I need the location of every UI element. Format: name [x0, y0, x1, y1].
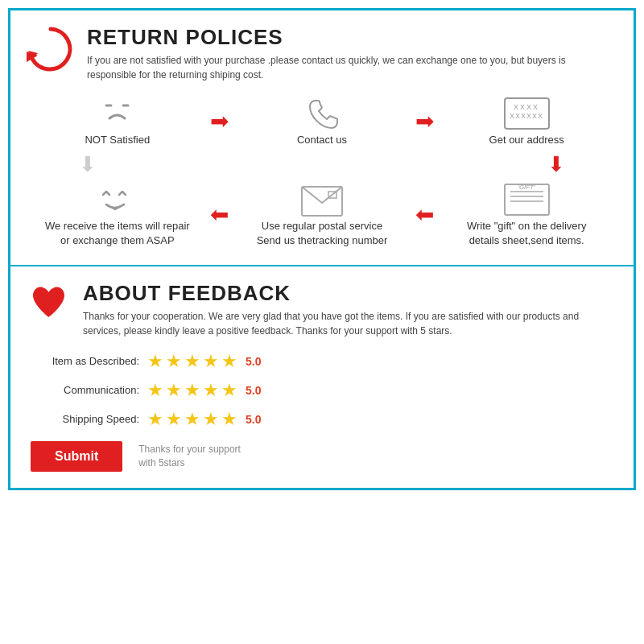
heart-icon — [27, 281, 71, 325]
rating-label-1: Item as Described: — [31, 355, 147, 367]
stars-3[interactable]: ★ ★ ★ ★ ★ — [147, 409, 237, 430]
submit-note: Thanks for your support with 5stars — [138, 443, 241, 470]
feedback-text-block: ABOUT FEEDBACK Thanks for your cooperati… — [83, 281, 617, 338]
svg-text:XXXX: XXXX — [514, 103, 539, 111]
arrow-1-icon: ➡ — [210, 108, 229, 134]
flow-item-not-satisfied: NOT Satisfied — [45, 94, 190, 147]
phone-icon — [299, 94, 344, 133]
return-section: RETURN POLICES If you are not satisfied … — [10, 10, 634, 266]
gift-label: Write "gift" on the delivery details she… — [467, 219, 586, 248]
feedback-header: ABOUT FEEDBACK Thanks for your cooperati… — [27, 281, 617, 338]
star-2-5[interactable]: ★ — [221, 380, 237, 401]
rating-value-2: 5.0 — [246, 384, 261, 397]
return-header: RETURN POLICES If you are not satisfied … — [27, 25, 617, 82]
rating-label-2: Communication: — [31, 384, 147, 396]
sad-face-icon — [95, 94, 139, 133]
return-header-text: RETURN POLICES If you are not satisfied … — [87, 25, 617, 82]
not-satisfied-label: NOT Satisfied — [85, 133, 150, 147]
return-description: If you are not satisfied with your purch… — [87, 53, 617, 82]
address-card-icon: XXXX XXXXXX — [501, 94, 553, 133]
rating-value-3: 5.0 — [246, 413, 261, 426]
flow-item-postal: Use regular postal service Send us thetr… — [250, 180, 394, 248]
star-1-4[interactable]: ★ — [203, 351, 219, 372]
flow-item-address: XXXX XXXXXX Get our address — [454, 94, 599, 147]
star-3-3[interactable]: ★ — [184, 409, 200, 430]
star-1-1[interactable]: ★ — [147, 351, 163, 372]
star-2-2[interactable]: ★ — [166, 380, 182, 401]
star-1-2[interactable]: ★ — [166, 351, 182, 372]
return-icon — [27, 25, 75, 73]
rating-row-3: Shipping Speed: ★ ★ ★ ★ ★ 5.0 — [31, 409, 617, 430]
feedback-title: ABOUT FEEDBACK — [83, 281, 617, 306]
svg-text:'GIFT': 'GIFT' — [518, 184, 535, 191]
happy-face-icon — [93, 180, 142, 219]
vertical-connectors: ⬇ ⬇ — [35, 147, 609, 180]
stars-1[interactable]: ★ ★ ★ ★ ★ — [147, 351, 237, 372]
flow-item-contact: Contact us — [250, 94, 394, 147]
contact-us-label: Contact us — [297, 133, 347, 147]
flow-item-receive: We receive the items will repair or exch… — [45, 180, 190, 248]
postal-label: Use regular postal service Send us thetr… — [257, 219, 388, 248]
star-1-5[interactable]: ★ — [221, 351, 237, 372]
stars-2[interactable]: ★ ★ ★ ★ ★ — [147, 380, 237, 401]
get-address-label: Get our address — [489, 133, 564, 147]
rating-row-1: Item as Described: ★ ★ ★ ★ ★ 5.0 — [31, 351, 617, 372]
receive-items-label: We receive the items will repair or exch… — [45, 219, 190, 248]
envelope-icon — [298, 180, 346, 219]
star-3-2[interactable]: ★ — [166, 409, 182, 430]
arrow-down-left-icon: ⬇ — [79, 152, 97, 177]
arrow-2-icon: ➡ — [415, 108, 434, 134]
flow-diagram: NOT Satisfied ➡ Contact us ➡ — [27, 94, 617, 249]
rating-row-2: Communication: ★ ★ ★ ★ ★ 5.0 — [31, 380, 617, 401]
svg-text:XXXXXX: XXXXXX — [510, 112, 543, 120]
feedback-section: ABOUT FEEDBACK Thanks for your cooperati… — [10, 266, 634, 488]
feedback-description: Thanks for your cooperation. We are very… — [83, 309, 617, 338]
star-1-3[interactable]: ★ — [184, 351, 200, 372]
flow-row-1: NOT Satisfied ➡ Contact us ➡ — [35, 94, 609, 147]
rating-label-3: Shipping Speed: — [31, 413, 147, 425]
rating-value-1: 5.0 — [246, 355, 261, 368]
return-title: RETURN POLICES — [87, 25, 617, 50]
arrow-4-icon: ⬅ — [415, 201, 434, 228]
star-2-3[interactable]: ★ — [184, 380, 200, 401]
page-container: RETURN POLICES If you are not satisfied … — [8, 8, 636, 490]
rating-table: Item as Described: ★ ★ ★ ★ ★ 5.0 Communi… — [31, 351, 617, 430]
flow-row-2: We receive the items will repair or exch… — [35, 180, 609, 248]
star-3-1[interactable]: ★ — [147, 409, 163, 430]
submit-area: Submit Thanks for your support with 5sta… — [31, 441, 617, 472]
flow-item-gift: 'GIFT' Write "gift" on the delivery deta… — [454, 180, 599, 248]
star-3-5[interactable]: ★ — [221, 409, 237, 430]
gift-paper-icon: 'GIFT' — [501, 180, 553, 219]
star-3-4[interactable]: ★ — [203, 409, 219, 430]
arrow-down-right-icon: ⬇ — [547, 152, 565, 177]
arrow-3-icon: ⬅ — [210, 201, 229, 228]
star-2-4[interactable]: ★ — [203, 380, 219, 401]
submit-button[interactable]: Submit — [31, 441, 122, 472]
star-2-1[interactable]: ★ — [147, 380, 163, 401]
